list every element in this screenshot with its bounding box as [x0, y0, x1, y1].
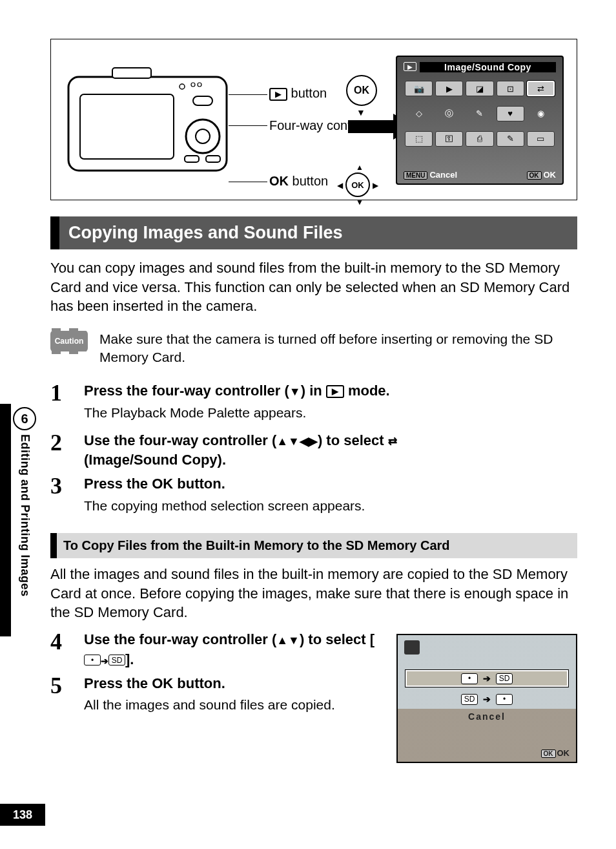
manual-page: 6 Editing and Printing Images ▶ button F…	[0, 0, 616, 849]
steps-list: 1 Press the four-way controller (▼) in ▶…	[50, 381, 577, 520]
play-icon: ▶	[269, 88, 287, 101]
step-1: 1 Press the four-way controller (▼) in ▶…	[50, 381, 577, 427]
label-text-ok: button	[293, 174, 329, 188]
sub-heading: To Copy Files from the Built-in Memory t…	[50, 533, 577, 558]
caution-text: Make sure that the camera is turned off …	[99, 330, 577, 367]
sd-card-icon: SD	[108, 655, 125, 666]
ok-button-label: OK button	[269, 174, 328, 189]
lead-line	[229, 125, 267, 126]
copy-mode-icon	[404, 640, 420, 655]
svg-rect-10	[112, 68, 151, 78]
intro-paragraph: You can copy images and sound files from…	[50, 258, 577, 316]
step-heading: Use the four-way controller (▲▼) to sele…	[84, 630, 387, 670]
palette-title: Image/Sound Copy	[420, 62, 556, 72]
ok-inline: OK	[269, 174, 289, 188]
step-4: 4 Use the four-way controller (▲▼) to se…	[50, 630, 387, 670]
step-subtext: The copying method selection screen appe…	[84, 498, 577, 514]
step-number: 3	[50, 474, 70, 498]
step-heading: Use the four-way controller (▲▼◀▶) to se…	[84, 431, 577, 471]
step-heading: Press the OK button.	[84, 674, 387, 694]
side-black-bar	[0, 404, 11, 636]
step-heading: Press the four-way controller (▼) in ▶ m…	[84, 381, 577, 401]
step-subtext: All the images and sound files are copie…	[84, 697, 387, 713]
caution-icon: Caution	[50, 330, 88, 352]
copy-option-sd-to-internal: SD➔	[406, 691, 568, 708]
chapter-title: Editing and Printing Images	[18, 434, 32, 597]
play-button-label: ▶ button	[269, 86, 327, 101]
step-heading: Press the OK button.	[84, 474, 577, 494]
palette-icon-grid: 📷▶◪⊡⇄ ◇⓪✎♥◉ ⬚⚿⎙✎▭	[397, 75, 562, 152]
lead-line	[229, 182, 267, 182]
chapter-number: 6	[13, 407, 36, 430]
label-text-play: button	[291, 86, 327, 100]
section-heading: Copying Images and Sound Files	[50, 216, 577, 249]
camera-diagram	[67, 65, 229, 175]
figure-box: ▶ button Four-way controller OK button O…	[50, 39, 577, 200]
sub-intro-paragraph: All the images and sound files in the bu…	[50, 565, 577, 622]
copy-icon: ⇄	[388, 435, 397, 448]
step-5: 5 Press the OK button. All the images an…	[50, 674, 387, 720]
ok-button-icon: OK	[346, 75, 377, 106]
lead-line	[229, 94, 267, 95]
caution-block: Caution Make sure that the camera is tur…	[50, 330, 577, 367]
step-number: 4	[50, 630, 70, 653]
lcd-cancel-label: Cancel	[406, 711, 568, 722]
lcd-ok-label: OKOK	[541, 748, 570, 758]
step-number: 1	[50, 381, 70, 404]
chapter-tab: 6 Editing and Printing Images	[13, 407, 39, 597]
play-icon: ▶	[326, 385, 344, 398]
step-2: 2 Use the four-way controller (▲▼◀▶) to …	[50, 431, 577, 471]
copy-option-internal-to-sd: ➔SD	[406, 670, 568, 687]
step-number: 2	[50, 431, 70, 454]
palette-bottom-bar: MENUCancel OKOK	[404, 170, 556, 180]
lcd-palette-screenshot: ▶ Image/Sound Copy 📷▶◪⊡⇄ ◇⓪✎♥◉ ⬚⚿⎙✎▭ MEN…	[396, 56, 564, 185]
svg-rect-1	[80, 94, 174, 159]
step-3: 3 Press the OK button. The copying metho…	[50, 474, 577, 520]
step-number: 5	[50, 674, 70, 697]
page-number: 138	[0, 804, 45, 826]
four-way-icon: OK ▲ ▼ ◀ ▶	[338, 165, 377, 204]
lcd-copy-screenshot: ➔SD SD➔ Cancel OKOK	[396, 634, 577, 763]
step-subtext: The Playback Mode Palette appears.	[84, 405, 577, 421]
steps-4-5-block: 4 Use the four-way controller (▲▼) to se…	[50, 630, 577, 763]
internal-memory-icon	[84, 655, 101, 666]
